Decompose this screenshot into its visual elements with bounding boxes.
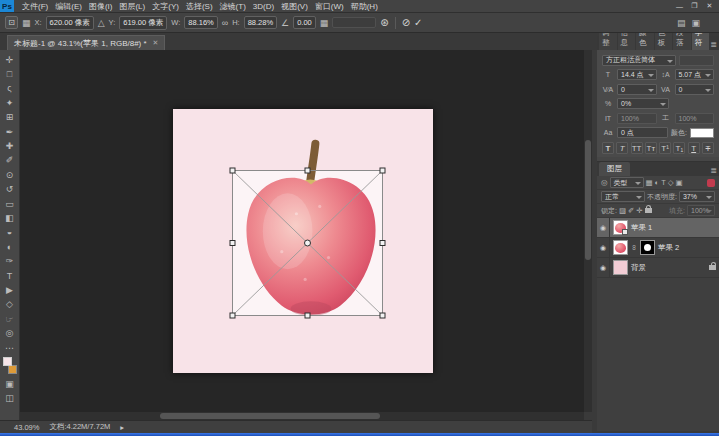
move-tool[interactable]: ✛ [2, 53, 18, 66]
panel-menu-icon[interactable]: ≣ [710, 40, 717, 50]
filter-adjustment-icon[interactable]: ◐ [655, 178, 660, 187]
arrange-documents-icon[interactable]: ▤ [677, 18, 686, 28]
cancel-transform-button[interactable]: ⊘ [402, 18, 410, 28]
menu-edit[interactable]: 编辑(E) [55, 1, 82, 12]
baseline-shift-field[interactable]: 0 点 [617, 127, 668, 138]
healing-brush-tool[interactable]: ✚ [2, 139, 18, 152]
layer-thumbnail[interactable] [613, 220, 628, 235]
menu-layer[interactable]: 图层(L) [119, 1, 145, 12]
lasso-tool[interactable]: ς [2, 82, 18, 95]
lock-transparency-icon[interactable]: ▨ [619, 206, 626, 215]
filter-shape-icon[interactable]: ◇ [668, 178, 674, 187]
pen-tool[interactable]: ✑ [2, 254, 18, 267]
photoshop-logo[interactable]: Ps [0, 0, 14, 12]
horizontal-scroll-thumb[interactable] [160, 413, 380, 419]
y-position-field[interactable]: 619.00 像素 [119, 16, 167, 30]
minimize-button[interactable]: — [673, 1, 686, 11]
layer-thumbnail[interactable] [613, 240, 628, 255]
menu-image[interactable]: 图像(I) [89, 1, 113, 12]
faux-italic-button[interactable]: T [616, 142, 628, 154]
reference-point-locator[interactable]: ▦ [22, 18, 31, 28]
leading-field[interactable]: 5.07 点 [675, 69, 715, 80]
menu-3d[interactable]: 3D(D) [253, 2, 274, 11]
edit-toolbar-icon[interactable]: ⋯ [2, 341, 18, 354]
faux-bold-button[interactable]: T [602, 142, 614, 154]
quick-mask-button[interactable]: ▣ [2, 377, 18, 390]
lock-all-icon[interactable] [645, 208, 652, 213]
menu-filter[interactable]: 滤镜(T) [220, 1, 246, 12]
status-options-arrow-icon[interactable]: ▸ [120, 423, 124, 432]
height-scale-field[interactable]: 88.28% [244, 16, 277, 29]
eraser-tool[interactable]: ▭ [2, 197, 18, 210]
crop-tool[interactable]: ⊞ [2, 111, 18, 124]
proportional-spacing-select[interactable]: 0% [617, 98, 669, 109]
filter-toggle[interactable] [707, 179, 715, 187]
layer-row-apple-1[interactable]: ◉ 苹果 1 [597, 218, 719, 238]
close-button[interactable]: ✕ [703, 1, 716, 11]
quick-selection-tool[interactable]: ✦ [2, 96, 18, 109]
layer-row-apple-2[interactable]: ◉ ∞ 苹果 2 [597, 238, 719, 258]
relative-position-icon[interactable]: △ [98, 18, 105, 28]
layer-mask-thumbnail[interactable] [640, 240, 655, 255]
hand-tool[interactable]: ☞ [2, 312, 18, 325]
text-color-swatch[interactable] [690, 128, 714, 138]
blur-tool[interactable]: ◒ [2, 226, 18, 239]
strikethrough-button[interactable]: T [702, 142, 714, 154]
zoom-level-field[interactable]: 43.09% [14, 423, 39, 432]
canvas-area[interactable] [20, 50, 584, 420]
eyedropper-tool[interactable]: ✒ [2, 125, 18, 138]
rotation-field[interactable]: 0.00 [293, 16, 316, 29]
marquee-tool[interactable]: □ [2, 67, 18, 80]
layer-name[interactable]: 苹果 1 [631, 223, 652, 233]
shape-tool[interactable]: ◇ [2, 298, 18, 311]
horizontal-scale-field[interactable]: 100% [675, 113, 715, 124]
all-caps-button[interactable]: TT [631, 142, 643, 154]
filter-text-icon[interactable]: T [661, 178, 666, 187]
vertical-scrollbar[interactable] [584, 50, 592, 412]
path-selection-tool[interactable]: ▶ [2, 283, 18, 296]
opacity-field[interactable]: 37% [679, 191, 715, 202]
fill-field[interactable]: 100% [687, 205, 715, 216]
width-scale-field[interactable]: 88.16% [184, 16, 217, 29]
menu-type[interactable]: 文字(Y) [152, 1, 179, 12]
superscript-button[interactable]: T¹ [659, 142, 671, 154]
layer-name[interactable]: 苹果 2 [658, 243, 679, 253]
tab-close-icon[interactable]: ✕ [153, 39, 159, 47]
canvas-document[interactable] [173, 109, 433, 373]
clone-stamp-tool[interactable]: ⊙ [2, 168, 18, 181]
font-size-field[interactable]: 14.4 点 [617, 69, 657, 80]
menu-view[interactable]: 视图(V) [281, 1, 308, 12]
screen-mode-button[interactable]: ◫ [2, 392, 18, 405]
history-brush-tool[interactable]: ↺ [2, 183, 18, 196]
free-transform-box[interactable] [224, 162, 391, 324]
interpolation-icon[interactable]: ▦ [320, 18, 329, 28]
vertical-scroll-thumb[interactable] [585, 140, 591, 260]
lock-pixels-icon[interactable]: ✐ [628, 206, 634, 215]
menu-window[interactable]: 窗口(W) [315, 1, 344, 12]
tracking-field[interactable]: 0 [675, 84, 715, 95]
visibility-eye-icon[interactable]: ◉ [597, 218, 610, 237]
restore-button[interactable]: ❐ [688, 1, 701, 11]
small-caps-button[interactable]: Tᴛ [645, 142, 657, 154]
menu-select[interactable]: 选择(S) [186, 1, 213, 12]
visibility-eye-icon[interactable]: ◉ [597, 238, 610, 257]
layer-thumbnail[interactable] [613, 260, 628, 275]
menu-help[interactable]: 帮助(H) [351, 1, 378, 12]
underline-button[interactable]: T [688, 142, 700, 154]
filter-type-select[interactable]: 类型 [610, 177, 644, 188]
workspace-icon[interactable]: ▣ [691, 18, 700, 28]
layers-panel-menu-icon[interactable]: ≣ [710, 166, 717, 176]
foreground-color-swatch[interactable] [3, 357, 12, 366]
x-position-field[interactable]: 620.00 像素 [46, 16, 94, 30]
background-color-swatch[interactable] [8, 365, 17, 374]
maintain-aspect-icon[interactable]: ∞ [222, 18, 228, 28]
commit-transform-button[interactable]: ✓ [414, 18, 422, 28]
document-tab[interactable]: 未标题-1 @ 43.1%(苹果 1, RGB/8#) * ✕ [7, 35, 165, 50]
subscript-button[interactable]: T₁ [673, 142, 685, 154]
blend-mode-select[interactable]: 正常 [601, 191, 645, 202]
tab-layers[interactable]: 图层 [599, 162, 630, 176]
kerning-field[interactable]: 0 [617, 84, 657, 95]
filter-pixel-icon[interactable]: ▦ [646, 178, 653, 187]
layer-row-background[interactable]: ◉ 背景 [597, 258, 719, 278]
visibility-eye-icon[interactable]: ◉ [597, 258, 610, 277]
